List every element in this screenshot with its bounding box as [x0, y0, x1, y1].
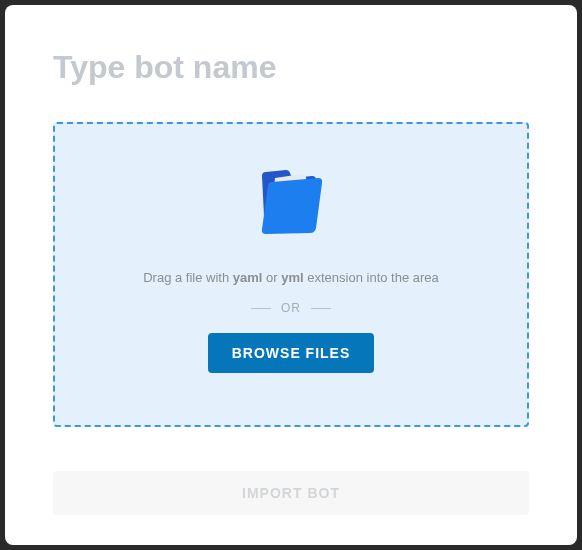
divider-line-left — [251, 308, 271, 309]
browse-files-button[interactable]: BROWSE FILES — [208, 333, 375, 373]
file-dropzone[interactable]: Drag a file with yaml or yml extension i… — [53, 122, 529, 427]
ext-yml: yml — [281, 270, 303, 285]
folder-icon — [248, 164, 334, 242]
import-bot-button: IMPORT BOT — [53, 471, 529, 515]
divider-label: OR — [281, 301, 301, 315]
ext-yaml: yaml — [233, 270, 263, 285]
drag-text-suffix: extension into the area — [304, 270, 439, 285]
or-divider: OR — [251, 301, 331, 315]
drag-text-or: or — [262, 270, 281, 285]
import-bot-modal: Drag a file with yaml or yml extension i… — [5, 5, 577, 545]
divider-line-right — [311, 308, 331, 309]
bot-name-input[interactable] — [53, 49, 529, 86]
drag-instructions: Drag a file with yaml or yml extension i… — [143, 270, 439, 285]
drag-text-prefix: Drag a file with — [143, 270, 233, 285]
